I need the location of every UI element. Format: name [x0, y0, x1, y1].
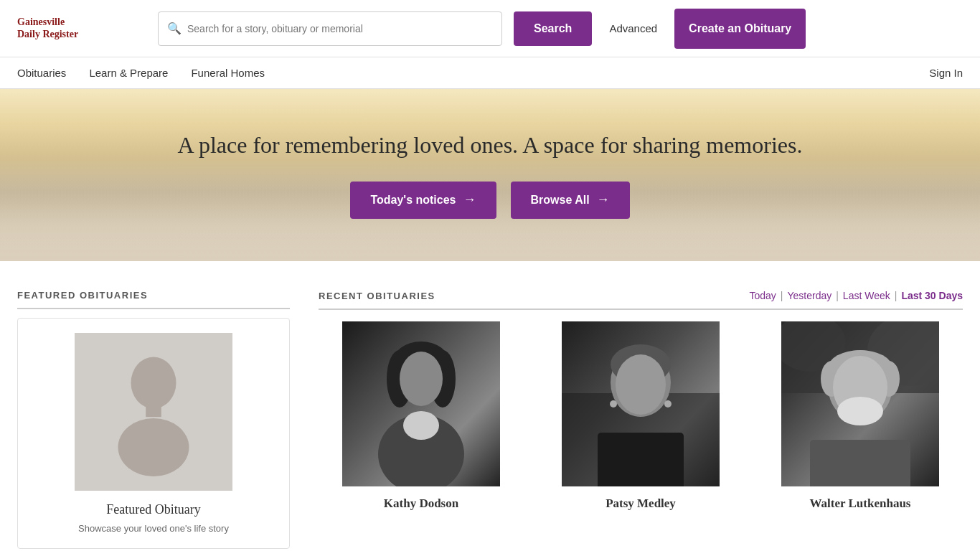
filter-last-week[interactable]: Last Week: [843, 290, 890, 301]
hero-section: A place for remembering loved ones. A sp…: [0, 89, 980, 261]
svg-point-0: [131, 357, 176, 409]
featured-card[interactable]: Featured Obituary Showcase your loved on…: [17, 318, 290, 549]
nav-links: Obituaries Learn & Prepare Funeral Homes: [17, 67, 265, 79]
featured-section: FEATURED OBITUARIES Featured Obituary Sh…: [17, 290, 290, 549]
featured-card-title: Featured Obituary: [106, 502, 200, 517]
featured-placeholder-image: [75, 333, 232, 491]
obit-card-walter-lutkenhaus[interactable]: Walter Lutkenhaus: [758, 321, 963, 511]
main-content: FEATURED OBITUARIES Featured Obituary Sh…: [0, 261, 980, 551]
recent-filters: Today | Yesterday | Last Week | Last 30 …: [749, 290, 963, 301]
todays-notices-button[interactable]: Today's notices →: [350, 182, 496, 219]
featured-section-title: FEATURED OBITUARIES: [17, 290, 290, 309]
obit-photo-kathy-dodson: [342, 321, 500, 486]
walter-lutkenhaus-photo-svg: [781, 321, 939, 486]
obit-photo-patsy-medley: [562, 321, 720, 486]
obit-name-kathy-dodson: Kathy Dodson: [384, 496, 458, 511]
svg-point-11: [403, 411, 439, 440]
person-silhouette-icon: [103, 347, 204, 476]
svg-point-9: [400, 352, 443, 406]
kathy-dodson-photo-svg: [342, 321, 500, 486]
main-nav: Obituaries Learn & Prepare Funeral Homes…: [0, 57, 980, 89]
filter-separator: |: [895, 290, 897, 301]
obit-name-walter-lutkenhaus: Walter Lutkenhaus: [810, 496, 911, 511]
logo[interactable]: Gainesville Daily Register: [17, 17, 146, 41]
search-icon: 🔍: [167, 22, 182, 35]
arrow-right-icon: →: [597, 192, 610, 207]
search-button[interactable]: Search: [514, 11, 592, 46]
svg-point-2: [118, 418, 189, 476]
sign-in-link[interactable]: Sign In: [929, 67, 963, 79]
obit-name-patsy-medley: Patsy Medley: [606, 496, 676, 511]
hero-title: A place for remembering loved ones. A sp…: [178, 132, 803, 159]
arrow-right-icon: →: [463, 192, 476, 207]
todays-notices-label: Today's notices: [370, 194, 456, 207]
nav-funeral-homes[interactable]: Funeral Homes: [191, 67, 265, 79]
obituary-grid: Kathy Dodson: [319, 321, 963, 511]
obit-photo-walter-lutkenhaus: [781, 321, 939, 486]
obit-card-kathy-dodson[interactable]: Kathy Dodson: [319, 321, 524, 511]
filter-today[interactable]: Today: [749, 290, 776, 301]
filter-separator: |: [781, 290, 783, 301]
featured-card-description: Showcase your loved one's life story: [64, 523, 243, 548]
svg-point-20: [664, 400, 672, 408]
svg-rect-1: [146, 404, 161, 417]
svg-point-19: [610, 400, 617, 408]
filter-last-30-days[interactable]: Last 30 Days: [901, 290, 963, 301]
svg-rect-31: [810, 440, 910, 486]
recent-section: RECENT OBITUARIES Today | Yesterday | La…: [319, 290, 963, 549]
svg-rect-18: [598, 433, 684, 486]
nav-learn-prepare[interactable]: Learn & Prepare: [89, 67, 168, 79]
hero-buttons: Today's notices → Browse All →: [350, 182, 629, 219]
filter-yesterday[interactable]: Yesterday: [787, 290, 831, 301]
create-obituary-button[interactable]: Create an Obituary: [674, 9, 806, 49]
logo-text: Gainesville Daily Register: [17, 17, 146, 41]
filter-separator: |: [836, 290, 839, 301]
nav-obituaries[interactable]: Obituaries: [17, 67, 66, 79]
svg-point-17: [616, 354, 666, 415]
browse-all-button[interactable]: Browse All →: [511, 182, 630, 219]
patsy-medley-photo-svg: [562, 321, 720, 486]
advanced-link[interactable]: Advanced: [603, 22, 663, 34]
recent-section-header: RECENT OBITUARIES Today | Yesterday | La…: [319, 290, 963, 310]
svg-point-30: [837, 397, 883, 425]
browse-all-label: Browse All: [531, 194, 590, 207]
header: Gainesville Daily Register 🔍 Search Adva…: [0, 0, 980, 57]
recent-section-title: RECENT OBITUARIES: [319, 291, 435, 301]
obit-card-patsy-medley[interactable]: Patsy Medley: [538, 321, 743, 511]
search-input[interactable]: [187, 23, 493, 34]
search-bar: 🔍: [158, 11, 502, 46]
